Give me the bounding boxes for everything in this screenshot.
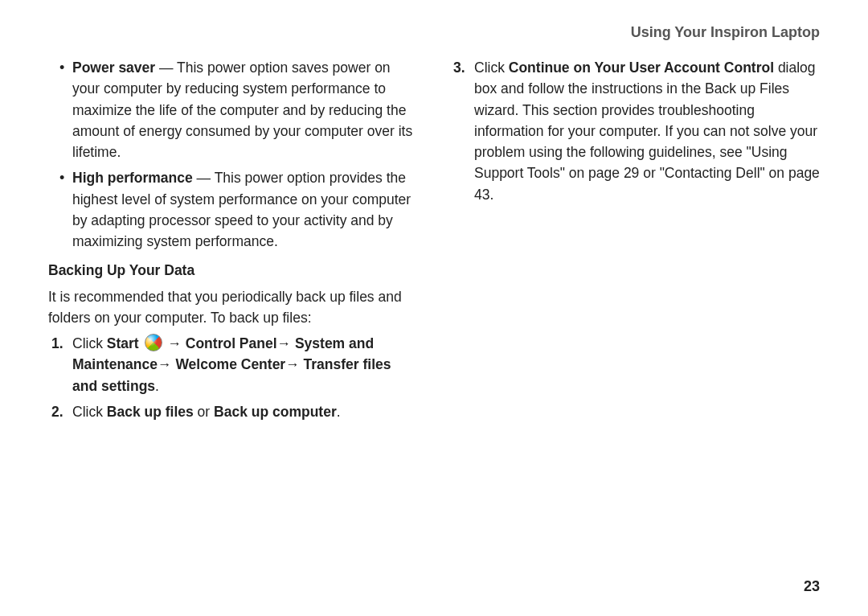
windows-start-orb-icon: [145, 334, 162, 351]
page-number: 23: [804, 578, 820, 595]
page-header: Using Your Inspiron Laptop: [48, 24, 820, 41]
step-1-path1: Control Panel: [186, 335, 277, 351]
step-3-number: 3.: [453, 57, 465, 78]
power-saver-label: Power saver: [72, 60, 155, 76]
step-2-or: or: [194, 404, 214, 420]
step-1-dot: .: [155, 378, 159, 394]
step-1-start: Start: [107, 335, 139, 351]
step-2-opt2: Back up computer: [214, 404, 337, 420]
backup-intro: It is recommended that you periodically …: [48, 286, 418, 329]
bullet-power-saver: Power saver — This power option saves po…: [48, 57, 418, 162]
step-1-path3: Welcome Center: [175, 356, 285, 372]
high-perf-label: High performance: [72, 170, 193, 186]
step-1-arrow3: →: [158, 356, 175, 372]
manual-page: Using Your Inspiron Laptop Power saver —…: [0, 0, 868, 459]
left-column: Power saver — This power option saves po…: [48, 57, 418, 427]
header-title: Using Your Inspiron Laptop: [631, 24, 820, 40]
step-1-arrow4: →: [285, 356, 303, 372]
step-1-arrow1: →: [167, 335, 185, 351]
right-column: 3. Click Continue on Your User Account C…: [450, 57, 820, 427]
step-1-pre: Click: [72, 335, 107, 351]
step-3-pre: Click: [474, 60, 509, 76]
step-3-rest: dialog box and follow the instructions i…: [474, 60, 820, 203]
step-2: 2. Click Back up files or Back up comput…: [48, 401, 418, 422]
step-3: 3. Click Continue on Your User Account C…: [450, 57, 820, 205]
step-2-dot: .: [337, 404, 341, 420]
two-column-layout: Power saver — This power option saves po…: [48, 57, 820, 427]
step-1: 1. Click Start → Control Panel→ System a…: [48, 333, 418, 396]
step-2-pre: Click: [72, 404, 107, 420]
bullet-high-performance: High performance — This power option pro…: [48, 167, 418, 252]
step-2-opt1: Back up files: [107, 404, 194, 420]
step-1-arrow2: →: [277, 335, 295, 351]
step-2-number: 2.: [51, 401, 63, 422]
backup-heading: Backing Up Your Data: [48, 260, 418, 281]
step-1-number: 1.: [51, 333, 63, 354]
step-3-bold: Continue on Your User Account Control: [509, 60, 774, 76]
